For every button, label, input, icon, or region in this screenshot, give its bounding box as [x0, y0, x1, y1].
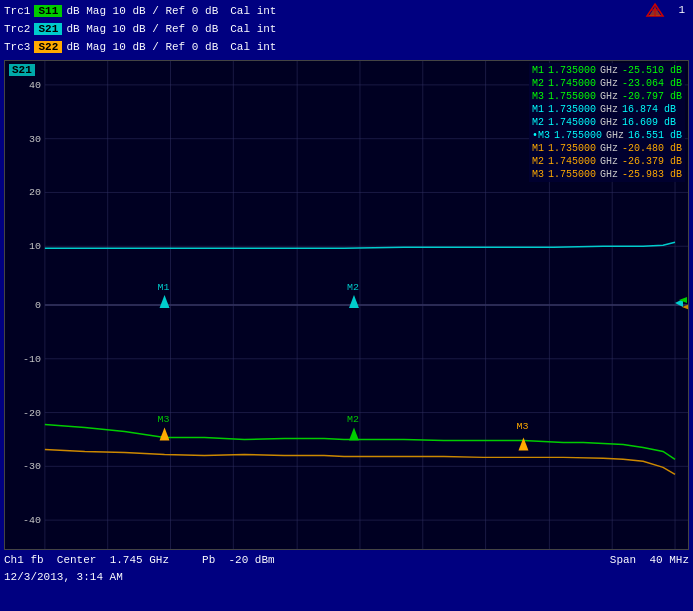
- trc3-badge[interactable]: S22: [34, 41, 62, 53]
- svg-text:-30: -30: [23, 461, 41, 472]
- trc3-cal: Cal int: [230, 41, 276, 53]
- svg-text:M2: M2: [347, 282, 359, 293]
- trace-row-2: Trc2 S21 dB Mag 10 dB / Ref 0 dB Cal int: [4, 20, 689, 38]
- trc1-label: Trc1: [4, 5, 30, 17]
- network-icon: [645, 2, 665, 22]
- trace-row-3: Trc3 S22 dB Mag 10 dB / Ref 0 dB Cal int: [4, 38, 689, 56]
- trace-row-1: Trc1 S11 dB Mag 10 dB / Ref 0 dB Cal int: [4, 2, 689, 20]
- svg-text:-20: -20: [23, 408, 41, 419]
- marker-s11-m2: M2 1.745000 GHz -23.064 dB: [532, 77, 682, 90]
- svg-text:-40: -40: [23, 515, 41, 526]
- svg-text:10: 10: [29, 241, 41, 252]
- trc1-cal: Cal int: [230, 5, 276, 17]
- chart-area: 40 30 20 10 0 -10 -20 -30 -40 M1 M2 M3: [4, 60, 689, 550]
- svg-text:-10: -10: [23, 354, 41, 365]
- marker-s22-m3: M3 1.755000 GHz -25.983 dB: [532, 168, 682, 181]
- trc2-cal: Cal int: [230, 23, 276, 35]
- svg-text:20: 20: [29, 187, 41, 198]
- marker-s21-m2: M2 1.745000 GHz 16.609 dB: [532, 116, 682, 129]
- marker-info-panel: M1 1.735000 GHz -25.510 dB M2 1.745000 G…: [529, 63, 685, 182]
- marker-s22-m1: M1 1.735000 GHz -20.480 dB: [532, 142, 682, 155]
- trc2-info: dB Mag 10 dB / Ref 0 dB: [66, 23, 218, 35]
- trc1-badge[interactable]: S11: [34, 5, 62, 17]
- trc2-label: Trc2: [4, 23, 30, 35]
- span-info: Span 40 MHz: [610, 554, 689, 568]
- svg-text:0: 0: [35, 300, 41, 311]
- svg-text:30: 30: [29, 134, 41, 145]
- svg-text:M1: M1: [158, 282, 170, 293]
- s21-active-label[interactable]: S21: [9, 64, 35, 76]
- svg-text:M2: M2: [347, 414, 359, 425]
- trc1-info: dB Mag 10 dB / Ref 0 dB: [66, 5, 218, 17]
- trc3-info: dB Mag 10 dB / Ref 0 dB: [66, 41, 218, 53]
- date-time-bar: 12/3/2013, 3:14 AM: [0, 570, 693, 586]
- marker-s21-m1: M1 1.735000 GHz 16.874 dB: [532, 103, 682, 116]
- svg-text:M3: M3: [158, 414, 170, 425]
- marker-s22-m2: M2 1.745000 GHz -26.379 dB: [532, 155, 682, 168]
- trc2-badge[interactable]: S21: [34, 23, 62, 35]
- svg-text:M3: M3: [517, 421, 529, 432]
- trc3-label: Trc3: [4, 41, 30, 53]
- channel-number: 1: [678, 4, 685, 16]
- svg-text:40: 40: [29, 80, 41, 91]
- marker-s11-m3: M3 1.755000 GHz -20.797 dB: [532, 90, 682, 103]
- bottom-status-bar: Ch1 fb Center 1.745 GHz Pb -20 dBm Span …: [0, 552, 693, 570]
- marker-s11-m1: M1 1.735000 GHz -25.510 dB: [532, 64, 682, 77]
- top-bar: Trc1 S11 dB Mag 10 dB / Ref 0 dB Cal int…: [0, 0, 693, 58]
- marker-s21-m3: •M3 1.755000 GHz 16.551 dB: [532, 129, 682, 142]
- channel-info: Ch1 fb Center 1.745 GHz Pb -20 dBm: [4, 554, 275, 568]
